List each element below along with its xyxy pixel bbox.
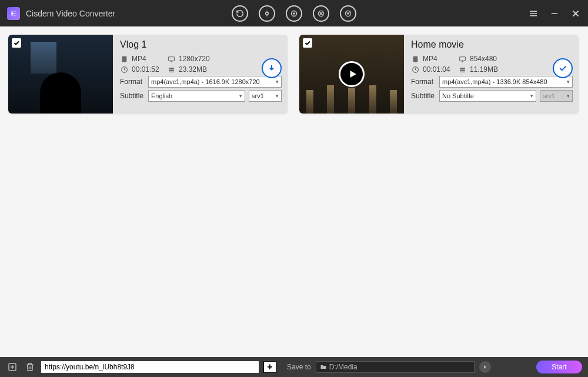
subtitle-label: Subtitle [120, 92, 145, 100]
edit-mode-icon[interactable] [340, 5, 356, 22]
content-area: Vlog 1 MP4 1280x720 00:01:52 23.32MB For… [0, 26, 588, 357]
disk-icon [458, 65, 466, 74]
monitor-icon [458, 55, 466, 63]
file-icon [411, 55, 419, 63]
start-button[interactable]: Start [536, 361, 582, 373]
duration-value: 00:01:52 [132, 65, 163, 74]
file-icon [120, 55, 128, 63]
subtitle-dropdown[interactable]: No Subtitle▾ [439, 90, 536, 102]
size-value: 11.19MB [470, 65, 498, 74]
minimize-icon[interactable] [549, 8, 560, 19]
refresh-icon[interactable] [232, 5, 248, 22]
add-url-button[interactable]: + [263, 361, 276, 373]
convert-mode-icon[interactable] [286, 5, 302, 22]
resolution-value: 1280x720 [179, 55, 210, 63]
monitor-icon [167, 55, 175, 63]
svg-point-2 [293, 12, 295, 14]
audio-track-dropdown: srv1▾ [540, 90, 573, 102]
clock-icon [411, 65, 419, 74]
video-card: Home movie MP4 854x480 00:01:04 11.19MB … [299, 35, 579, 114]
trash-icon[interactable] [24, 361, 36, 373]
url-input[interactable] [41, 361, 259, 373]
svg-rect-8 [168, 56, 174, 61]
download-button[interactable] [262, 58, 282, 78]
rip-mode-icon[interactable] [313, 5, 329, 22]
svg-point-6 [348, 12, 349, 14]
format-dropdown[interactable]: mp4(avc1,mp4a) - 1336.9K 854x480▾ [439, 76, 573, 88]
duration-value: 00:01:04 [423, 65, 455, 74]
close-icon[interactable] [570, 8, 581, 19]
video-title: Vlog 1 [120, 39, 282, 50]
select-checkbox[interactable] [303, 38, 312, 48]
subtitle-label: Subtitle [411, 92, 436, 100]
video-details: Vlog 1 MP4 1280x720 00:01:52 23.32MB For… [113, 35, 288, 114]
title-bar: Cisdem Video Converter [0, 0, 588, 26]
play-icon[interactable] [339, 61, 365, 87]
video-card: Vlog 1 MP4 1280x720 00:01:52 23.32MB For… [8, 35, 288, 114]
chevron-down-icon: ▾ [567, 93, 570, 99]
svg-point-0 [266, 12, 269, 15]
chevron-down-icon: ▾ [276, 79, 279, 85]
chevron-down-icon: ▾ [567, 79, 570, 85]
browse-button[interactable] [479, 361, 491, 373]
video-details: Home movie MP4 854x480 00:01:04 11.19MB … [404, 35, 579, 114]
svg-rect-7 [122, 56, 126, 62]
done-button[interactable] [553, 58, 573, 78]
format-label: Format [120, 78, 145, 86]
subtitle-dropdown[interactable]: English▾ [148, 90, 245, 102]
svg-point-4 [320, 12, 322, 14]
window-controls [528, 8, 581, 19]
video-title: Home movie [411, 39, 573, 50]
select-checkbox[interactable] [12, 38, 21, 48]
save-path-box[interactable]: D:/Media [316, 361, 475, 373]
bottom-bar: + Save to D:/Media Start [0, 357, 588, 377]
app-logo [7, 7, 20, 20]
clock-icon [120, 65, 128, 74]
audio-track-dropdown[interactable]: srv1▾ [249, 90, 282, 102]
menu-icon[interactable] [528, 8, 539, 19]
saveto-label: Save to [287, 363, 311, 371]
container-value: MP4 [132, 55, 163, 63]
video-thumbnail[interactable] [299, 35, 404, 114]
format-label: Format [411, 78, 436, 86]
download-mode-icon[interactable] [259, 5, 275, 22]
toolbar-center [232, 5, 356, 22]
disk-icon [167, 65, 175, 74]
chevron-down-icon: ▾ [239, 93, 242, 99]
svg-rect-10 [413, 56, 417, 62]
format-dropdown[interactable]: mp4(avc1,mp4a) - 1616.9K 1280x720▾ [148, 76, 282, 88]
add-file-icon[interactable] [6, 361, 19, 373]
svg-rect-11 [459, 56, 465, 61]
chevron-down-icon: ▾ [530, 93, 533, 99]
resolution-value: 854x480 [470, 55, 497, 63]
app-title: Cisdem Video Converter [26, 9, 115, 18]
size-value: 23.32MB [179, 65, 207, 74]
container-value: MP4 [423, 55, 455, 63]
chevron-down-icon: ▾ [276, 93, 279, 99]
video-thumbnail[interactable] [8, 35, 113, 114]
